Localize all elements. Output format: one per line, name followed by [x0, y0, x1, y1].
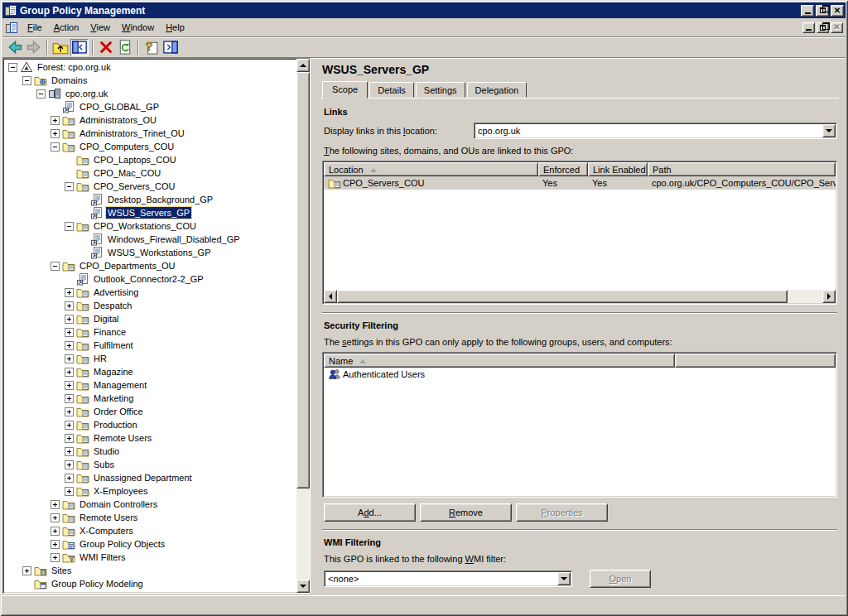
table-row[interactable]: CPO_Servers_COUYesYescpo.org.uk/CPO_Comp… [324, 176, 836, 190]
collapse-icon[interactable] [22, 76, 31, 85]
menu-file[interactable]: File [22, 20, 48, 36]
tree-item-production[interactable]: Production [5, 418, 296, 431]
expand-icon[interactable] [65, 354, 74, 363]
tree-item-unassigned-department[interactable]: Unassigned Department [5, 471, 296, 484]
scroll-track[interactable] [788, 290, 822, 303]
tree-item-group-policy-modeling[interactable]: Group Policy Modeling [5, 577, 296, 590]
tree-item-windows-firewall-disabled-gp[interactable]: Windows_Firewall_Disabled_GP [5, 233, 296, 246]
expand-icon[interactable] [65, 460, 74, 469]
tree-item-wsus-workstations-gp[interactable]: WSUS_Workstations_GP [5, 246, 296, 259]
tree-item-management[interactable]: Management [5, 378, 296, 392]
add-button[interactable]: Add... [324, 503, 416, 522]
tab-settings[interactable]: Settings [416, 82, 465, 98]
tree-item-cpo-workstations-cou[interactable]: CPO_Workstations_COU [5, 219, 296, 233]
scroll-right-button[interactable] [822, 290, 836, 303]
tree-item-cpo-departments-ou[interactable]: CPO_Departments_OU [5, 259, 296, 272]
tree-item-subs[interactable]: Subs [5, 458, 296, 471]
tree-item-remote-users[interactable]: Remote Users [5, 431, 296, 445]
up-one-level-icon[interactable] [51, 39, 70, 56]
collapse-icon[interactable] [65, 182, 74, 191]
show-console-tree-icon[interactable] [70, 39, 89, 56]
tree-item-administrators-trinet-ou[interactable]: Administrators_Trinet_OU [5, 127, 296, 140]
tree-item-despatch[interactable]: Despatch [5, 299, 296, 312]
tab-scope[interactable]: Scope [322, 81, 368, 99]
help-icon[interactable]: ? [142, 39, 161, 56]
menu-help[interactable]: Help [160, 20, 190, 36]
remove-button[interactable]: Remove [420, 503, 512, 522]
wmi-filter-combobox[interactable]: <none> [324, 570, 572, 587]
show-action-pane-icon[interactable] [161, 39, 180, 56]
expand-icon[interactable] [65, 341, 74, 350]
expand-icon[interactable] [65, 394, 74, 403]
scroll-down-button[interactable] [296, 580, 310, 593]
refresh-icon[interactable] [116, 39, 134, 56]
tree-item-desktop-background-gp[interactable]: Desktop_Background_GP [5, 193, 296, 206]
column-header-location[interactable]: Location [324, 162, 538, 176]
tree-item-digital[interactable]: Digital [5, 312, 296, 325]
tree-item-studio[interactable]: Studio [5, 445, 296, 458]
expand-icon[interactable] [51, 527, 60, 536]
column-header-link-enabled[interactable]: Link Enabled [588, 162, 648, 176]
tree-item-domains[interactable]: Domains [5, 74, 296, 87]
tree-vertical-scrollbar[interactable] [296, 59, 310, 593]
expand-icon[interactable] [51, 553, 60, 562]
combo-dropdown-button[interactable] [822, 124, 836, 137]
collapse-icon[interactable] [51, 262, 60, 271]
expand-icon[interactable] [51, 116, 60, 125]
expand-icon[interactable] [65, 447, 74, 456]
tree-item-sites[interactable]: Sites [5, 564, 296, 577]
tree-item-cpo-servers-cou[interactable]: CPO_Servers_COU [5, 180, 296, 193]
tab-delegation[interactable]: Delegation [467, 82, 528, 98]
menu-action[interactable]: Action [48, 20, 85, 36]
tab-details[interactable]: Details [369, 82, 414, 98]
links-horizontal-scrollbar[interactable] [324, 290, 836, 303]
tree-item-wsus-servers-gp[interactable]: WSUS_Servers_GP [5, 206, 296, 219]
tree-item-finance[interactable]: Finance [5, 325, 296, 339]
back-icon[interactable] [6, 39, 24, 56]
table-row[interactable]: Authenticated Users [324, 368, 836, 381]
tree-item-fulfilment[interactable]: Fulfilment [5, 339, 296, 352]
expand-icon[interactable] [51, 513, 60, 522]
tree-item-forest-cpo-org-uk[interactable]: Forest: cpo.org.uk [5, 60, 296, 74]
tree-item-cpo-computers-cou[interactable]: CPO_Computers_COU [5, 140, 296, 153]
expand-icon[interactable] [51, 500, 60, 509]
expand-icon[interactable] [51, 129, 60, 138]
tree-item-marketing[interactable]: Marketing [5, 392, 296, 405]
delete-icon[interactable] [97, 39, 115, 56]
tree-item-x-employees[interactable]: X-Employees [5, 484, 296, 498]
location-combobox[interactable]: cpo.org.uk [474, 123, 837, 139]
console-restore-button[interactable] [817, 22, 829, 33]
expand-icon[interactable] [65, 288, 74, 297]
console-close-button[interactable]: ✕ [831, 22, 843, 33]
scroll-thumb[interactable] [337, 290, 788, 303]
tree-item-x-computers[interactable]: X-Computers [5, 524, 296, 537]
close-button[interactable]: ✕ [831, 5, 844, 17]
scroll-up-button[interactable] [296, 59, 310, 72]
scroll-thumb[interactable] [296, 72, 310, 488]
tree-item-administrators-ou[interactable]: Administrators_OU [5, 113, 296, 127]
collapse-icon[interactable] [51, 142, 60, 152]
restore-button[interactable] [816, 5, 829, 17]
scroll-track[interactable] [296, 488, 310, 580]
minimize-button[interactable] [801, 5, 814, 17]
tree-item-order-office[interactable]: Order Office [5, 405, 296, 418]
tree-item-wmi-filters[interactable]: WMI Filters [5, 551, 296, 564]
expand-icon[interactable] [65, 434, 74, 443]
expand-icon[interactable] [65, 381, 74, 390]
column-header-blank[interactable] [675, 354, 836, 368]
expand-icon[interactable] [65, 474, 74, 483]
tree-item-cpo-laptops-cou[interactable]: CPO_Laptops_COU [5, 153, 296, 166]
menu-view[interactable]: View [84, 20, 116, 36]
collapse-icon[interactable] [65, 222, 74, 231]
tree-item-cpo-org-uk[interactable]: cpo.org.uk [5, 87, 296, 100]
tree-item-magazine[interactable]: Magazine [5, 365, 296, 378]
expand-icon[interactable] [65, 407, 74, 416]
scroll-left-button[interactable] [324, 290, 337, 303]
collapse-icon[interactable] [36, 89, 46, 99]
expand-icon[interactable] [65, 368, 74, 377]
tree-item-group-policy-results[interactable]: Group Policy Results [5, 590, 296, 593]
expand-icon[interactable] [22, 566, 31, 575]
tree-item-group-policy-objects[interactable]: Group Policy Objects [5, 537, 296, 551]
column-header-path[interactable]: Path [648, 162, 836, 176]
tree-item-domain-controllers[interactable]: Domain Controllers [5, 498, 296, 511]
